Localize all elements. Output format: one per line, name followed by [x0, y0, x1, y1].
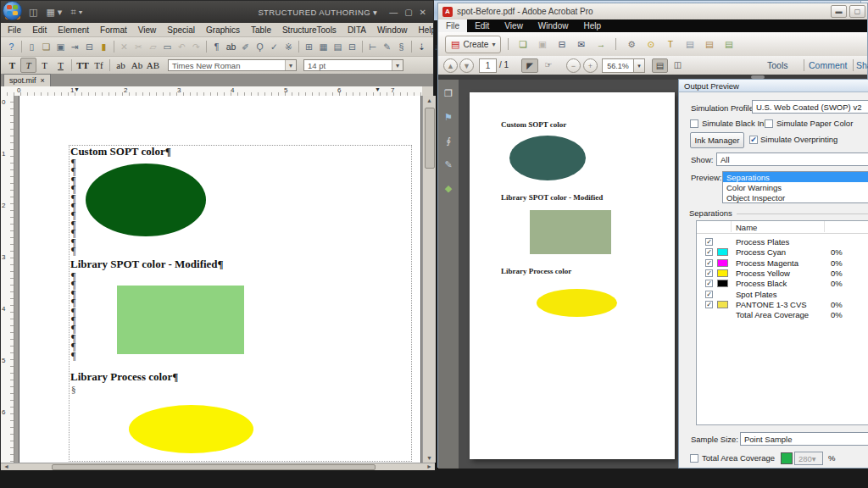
scroll-down-icon[interactable]: ▼	[426, 455, 432, 461]
menu-structuretools[interactable]: StructureTools	[282, 25, 337, 35]
allcaps-button[interactable]: AB	[145, 58, 161, 73]
menu-file[interactable]: File	[8, 25, 21, 35]
sample-size-select[interactable]: Point Sample	[740, 432, 868, 446]
italic-button[interactable]: T	[20, 58, 36, 73]
workspace-switcher[interactable]: STRUCTURED AUTHORING ▾	[258, 8, 377, 17]
open-icon[interactable]: ❏	[39, 40, 53, 53]
lock-icon[interactable]: ▮	[97, 40, 111, 53]
delete-icon[interactable]: ✕	[117, 40, 131, 53]
bold-button[interactable]: T	[4, 58, 20, 73]
row-icon[interactable]: ▤	[331, 40, 345, 53]
zoom-in-button[interactable]: +	[583, 58, 598, 73]
export-doc-icon[interactable]: ▤	[702, 37, 716, 51]
fit-page-button[interactable]: ◫	[670, 58, 685, 71]
zoom-out-button[interactable]: −	[566, 58, 581, 73]
simulation-profile-select[interactable]: U.S. Web Coated (SWOP) v2	[752, 100, 868, 114]
find-icon[interactable]: Ϙ	[253, 40, 267, 53]
thesaurus-icon[interactable]: ※	[281, 40, 296, 53]
menu-edit[interactable]: Edit	[32, 25, 47, 35]
preview-option-separations[interactable]: Separations	[723, 172, 868, 182]
tac-value-select[interactable]: 280 ▾	[794, 452, 823, 465]
ink-manager-button[interactable]: Ink Manager	[690, 132, 744, 148]
uppercase-style-button[interactable]: TT	[75, 58, 91, 73]
print-icon[interactable]: ⊟	[82, 40, 97, 53]
separation-checkbox[interactable]: ✓	[705, 269, 713, 277]
close-button[interactable]: ✕	[420, 8, 426, 17]
cell-icon[interactable]: ⊟	[345, 40, 359, 53]
minimize-button[interactable]: —	[389, 8, 398, 17]
start-button[interactable]	[3, 1, 22, 20]
initial-cap-button[interactable]: Ab	[129, 58, 145, 73]
print-icon[interactable]: ⊟	[554, 37, 569, 51]
new-doc-icon[interactable]: ▯	[25, 40, 39, 53]
tab-marker-icon[interactable]: ▼	[375, 86, 381, 92]
page-thumbnails-icon[interactable]: ❐	[442, 86, 455, 100]
structure-icon[interactable]: ⊢	[365, 40, 380, 53]
menu-file[interactable]: File	[438, 19, 467, 32]
select-tool-button[interactable]: ◤	[521, 58, 538, 73]
share-icon[interactable]: →	[593, 37, 608, 51]
separation-checkbox[interactable]: ✓	[705, 238, 713, 246]
paste-icon[interactable]: ▭	[160, 40, 175, 53]
menu-special[interactable]: Special	[167, 25, 195, 35]
copy-icon[interactable]: ▱	[146, 40, 160, 53]
comment-bubble-icon[interactable]: ⊙	[643, 37, 658, 51]
menu-graphics[interactable]: Graphics	[206, 25, 240, 35]
comment-panel-button[interactable]: Comment	[809, 58, 848, 71]
menu-view[interactable]: View	[497, 19, 531, 32]
redo-icon[interactable]: ↷	[189, 40, 203, 53]
scroll-left-icon[interactable]: ◄	[3, 463, 9, 469]
menu-table[interactable]: Table	[251, 25, 271, 35]
insert-below-icon[interactable]: ⇣	[415, 40, 429, 53]
gear-icon[interactable]: ⚙	[624, 37, 638, 51]
simulate-paper-color-checkbox[interactable]	[765, 119, 773, 128]
scroll-right-icon[interactable]: ►	[426, 463, 432, 469]
zoom-dropdown-button[interactable]: ▾	[633, 58, 645, 73]
tools-panel-button[interactable]: Tools	[767, 58, 788, 71]
tab-spot-mif[interactable]: spot.mif ×	[3, 74, 51, 86]
show-select[interactable]: All	[716, 152, 868, 166]
selection-tool-icon[interactable]: ⌗ ▾	[70, 7, 82, 18]
marker-icon[interactable]: ¶	[209, 40, 224, 53]
hand-tool-button[interactable]: ☞	[541, 58, 556, 71]
save-icon[interactable]: ▣	[535, 37, 549, 51]
undo-icon[interactable]: ↶	[175, 40, 189, 53]
help-icon[interactable]: ?	[4, 40, 19, 53]
menu-format[interactable]: Format	[100, 25, 127, 35]
lowercase-button[interactable]: ab	[113, 58, 129, 73]
align-icon[interactable]: ⊞	[302, 40, 316, 53]
menu-edit[interactable]: Edit	[467, 19, 497, 32]
scroll-thumb[interactable]	[52, 464, 376, 470]
font-size-select[interactable]: 14 pt ▾	[303, 59, 403, 71]
view-options-icon[interactable]: ▦ ▾	[46, 7, 62, 18]
menu-window[interactable]: Window	[377, 25, 408, 35]
document-page[interactable]: Custom SOPT color¶ ¶ ¶ ¶ ¶ ¶ ¶ ¶ ¶ ¶ ¶ ¶…	[19, 96, 421, 463]
spelling-icon[interactable]: ✓	[267, 40, 281, 53]
separation-checkbox[interactable]: ✓	[705, 248, 713, 256]
previous-page-button[interactable]: ▲	[443, 58, 458, 73]
maximize-button[interactable]: ▢	[849, 5, 865, 18]
menu-element[interactable]: Element	[58, 25, 89, 35]
separation-checkbox[interactable]: ✓	[705, 280, 713, 287]
table-icon[interactable]: ▦	[316, 40, 331, 53]
signatures-icon[interactable]: ✎	[442, 158, 455, 171]
custom-spot-ellipse[interactable]	[86, 164, 206, 236]
menu-window[interactable]: Window	[531, 19, 576, 32]
text-note-icon[interactable]: T	[663, 37, 677, 51]
simulate-overprinting-checkbox[interactable]: ✔	[749, 136, 758, 144]
separation-checkbox[interactable]: ✓	[705, 291, 713, 298]
scroll-thumb[interactable]	[425, 108, 435, 169]
maximize-button[interactable]: ▢	[404, 8, 412, 17]
element-icon[interactable]: §	[394, 40, 409, 53]
zoom-level-input[interactable]: 56.1%	[602, 58, 634, 73]
smallcaps-button[interactable]: Tf	[91, 58, 107, 73]
separation-checkbox[interactable]: ✓	[705, 259, 713, 267]
hypertext-icon[interactable]: ✐	[238, 40, 253, 53]
scrolling-mode-button[interactable]: ▤	[652, 58, 668, 73]
attachments-icon[interactable]: ∮	[442, 134, 455, 147]
library-process-ellipse[interactable]	[129, 405, 253, 453]
menu-help[interactable]: Help	[419, 25, 437, 35]
tags-icon[interactable]: ◆	[442, 181, 455, 195]
panel-layout-icon[interactable]: ◫	[29, 7, 37, 18]
menu-view[interactable]: View	[138, 25, 157, 35]
